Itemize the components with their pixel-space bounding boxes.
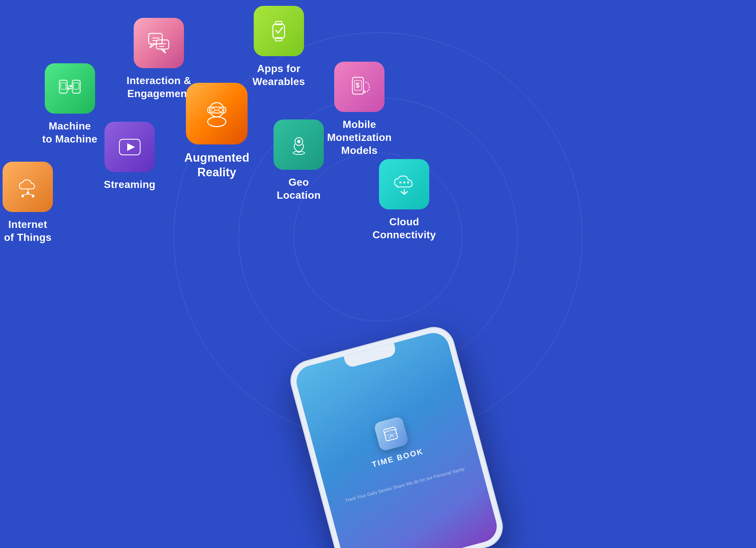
icon-wrapper-streaming[interactable]: Streaming [104,122,155,191]
svg-point-30 [21,195,24,197]
icon-wrapper-iot[interactable]: Internet of Things [3,162,53,244]
cloud-icon [379,159,429,209]
phone-app-icon [373,416,409,452]
svg-point-29 [27,191,29,194]
m2m-icon [45,63,95,114]
svg-line-33 [28,194,33,195]
svg-rect-39 [383,427,397,441]
svg-point-19 [219,108,223,112]
icon-wrapper-m2m[interactable]: Machine to Machine [42,63,97,145]
wearables-label: Apps for Wearables [252,62,305,88]
interaction-icon [134,18,184,68]
svg-point-38 [407,181,409,183]
svg-point-27 [297,140,300,143]
icon-wrapper-geo[interactable]: Geo Location [274,119,324,201]
iot-icon [3,162,53,212]
icon-wrapper-interaction[interactable]: Interaction & Engagement [127,18,191,100]
svg-point-36 [399,181,401,183]
ar-icon [186,83,248,144]
phone-sub-text: Track Your Daily Stories Share We do for… [335,463,475,507]
main-scene: Interaction & Engagement Apps for Wearab… [0,0,756,548]
svg-point-18 [211,108,215,112]
svg-marker-25 [127,143,135,151]
cloud-label: Cloud Connectivity [372,215,436,241]
iot-label: Internet of Things [4,218,52,244]
svg-rect-11 [61,83,66,89]
interaction-label: Interaction & Engagement [127,74,191,100]
geo-label: Geo Location [277,176,321,201]
svg-rect-6 [273,24,285,38]
icon-wrapper-ar[interactable]: Augmented Reality [184,83,250,179]
ar-label: Augmented Reality [184,150,250,179]
icon-wrapper-wearables[interactable]: Apps for Wearables [252,6,305,88]
svg-line-32 [23,194,28,195]
svg-point-37 [403,181,405,183]
icon-wrapper-monetization[interactable]: $ Mobile Monetization Models [327,62,392,157]
svg-point-16 [208,117,226,127]
monetization-icon: $ [334,62,384,112]
svg-text:$: $ [356,81,360,89]
svg-point-31 [32,195,34,197]
icon-wrapper-cloud[interactable]: Cloud Connectivity [372,159,436,241]
geo-icon [274,119,324,170]
wearables-icon [254,6,304,56]
streaming-icon [104,122,155,172]
svg-rect-12 [74,83,79,89]
m2m-label: Machine to Machine [42,119,97,145]
svg-rect-0 [149,33,162,44]
phone-app-name: TIME BOOK [371,447,424,469]
monetization-label: Mobile Monetization Models [327,118,392,157]
streaming-label: Streaming [104,178,155,191]
